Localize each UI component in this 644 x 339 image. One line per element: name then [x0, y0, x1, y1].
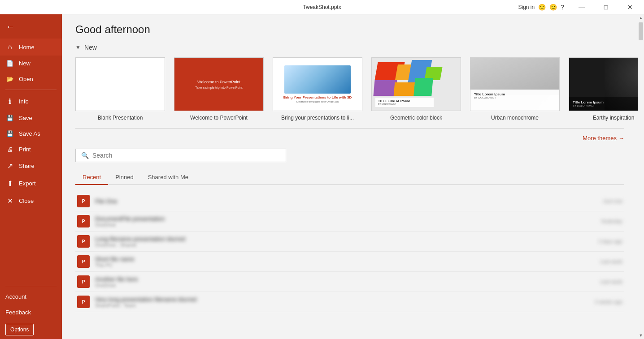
- new-section-header[interactable]: ▼ New: [75, 44, 624, 51]
- save-icon: 💾: [5, 115, 14, 121]
- search-icon: 🔍: [81, 152, 89, 159]
- help-icon[interactable]: ?: [561, 4, 564, 11]
- sidebar-item-open-label: Open: [19, 76, 33, 82]
- save-as-icon: 💾: [5, 130, 14, 137]
- geometric-preview: TITLE LOREM IPSUM BY DOLOR AMET: [372, 58, 461, 111]
- title-bar-right: Sign in 🙂 🙁 ? — □ ✕: [428, 0, 640, 14]
- sidebar-item-info-label: Info: [19, 98, 29, 105]
- file-icon-ppt: P: [77, 215, 90, 227]
- file-path: This PC: [95, 262, 563, 268]
- sidebar-item-print[interactable]: 🖨 Print: [0, 142, 62, 157]
- new-section-label: New: [84, 44, 97, 51]
- scroll-down-button[interactable]: ▼: [638, 332, 644, 339]
- sidebar-item-share[interactable]: ↗ Share: [0, 157, 62, 175]
- tab-shared[interactable]: Shared with Me: [141, 170, 196, 185]
- sidebar-item-save-as[interactable]: 💾 Save As: [0, 126, 62, 142]
- template-welcome[interactable]: Welcome to PowerPoint Take a simple trip…: [174, 57, 264, 121]
- options-button[interactable]: Options: [5, 324, 34, 335]
- template-geometric[interactable]: TITLE LOREM IPSUM BY DOLOR AMET Geometri…: [371, 57, 461, 121]
- sidebar-item-info[interactable]: ℹ Info: [0, 93, 62, 110]
- more-themes-arrow-icon: →: [618, 135, 624, 142]
- emoji-smiley-icon[interactable]: 🙂: [538, 4, 546, 11]
- sidebar-divider-1: [5, 90, 57, 90]
- back-button[interactable]: ←: [0, 16, 21, 37]
- file-name: Very long presentation filename blurred: [95, 296, 563, 303]
- close-button[interactable]: ✕: [620, 0, 640, 14]
- file-name: Another file here: [95, 276, 563, 283]
- file-path: OneDrive: [95, 283, 563, 288]
- home-icon: ⌂: [5, 43, 14, 51]
- file-name: Long filename presentation blurred: [95, 236, 563, 242]
- file-info: Another file here OneDrive: [95, 276, 563, 288]
- template-3d[interactable]: Bring Your Presentations to Life with 3D…: [273, 57, 362, 121]
- file-icon-ppt: P: [77, 255, 90, 268]
- sidebar-item-export-label: Export: [19, 180, 36, 187]
- sidebar: ← ⌂ Home 📄 New 📂 Open ℹ Info 💾 Save 💾 Sa…: [0, 14, 62, 339]
- scroll-thumb[interactable]: [639, 22, 643, 40]
- template-blank[interactable]: Blank Presentation: [75, 57, 165, 121]
- title-bar-filename: TweakShot.pptx: [216, 4, 428, 10]
- sidebar-item-close[interactable]: ✕ Close: [0, 192, 62, 210]
- sidebar-item-save[interactable]: 💾 Save: [0, 110, 62, 126]
- file-tabs: Recent Pinned Shared with Me: [75, 170, 624, 185]
- file-icon-ppt: P: [77, 275, 90, 288]
- file-path: SharePoint - Team: [95, 303, 563, 308]
- recent-item[interactable]: P File One Just now: [75, 191, 624, 211]
- sidebar-bottom: Account Feedback Options: [0, 283, 62, 339]
- file-date: 2 weeks ago: [569, 299, 622, 305]
- template-earthy-thumb: Title Lorem Ipsum BY DOLOR AMET: [569, 57, 638, 111]
- share-icon: ↗: [5, 162, 14, 170]
- file-date: Last week: [569, 279, 622, 284]
- sidebar-item-account[interactable]: Account: [0, 289, 62, 305]
- sidebar-item-new[interactable]: 📄 New: [0, 56, 62, 71]
- sidebar-item-export[interactable]: ⬆ Export: [0, 175, 62, 192]
- sidebar-item-home-label: Home: [19, 44, 35, 51]
- file-date: Just now: [569, 198, 622, 204]
- export-icon: ⬆: [5, 179, 14, 188]
- template-blank-label: Blank Presentation: [98, 115, 143, 121]
- recent-item[interactable]: P Short file name This PC Last week: [75, 252, 624, 272]
- sidebar-item-account-label: Account: [5, 293, 26, 300]
- file-icon-ppt: P: [77, 195, 90, 207]
- maximize-button[interactable]: □: [596, 0, 616, 14]
- sign-in-link[interactable]: Sign in: [518, 4, 535, 10]
- template-earthy[interactable]: Title Lorem Ipsum BY DOLOR AMET Earthy i…: [569, 57, 638, 121]
- scrollbar[interactable]: ▲ ▼: [638, 14, 644, 339]
- file-info: Short file name This PC: [95, 256, 563, 268]
- tab-recent[interactable]: Recent: [75, 170, 108, 185]
- template-earthy-label: Earthy inspiration: [593, 115, 635, 121]
- recent-item[interactable]: P Long filename presentation blurred One…: [75, 232, 624, 252]
- file-info: DocumentFile presentation OneDrive: [95, 215, 563, 227]
- template-urban[interactable]: Title Lorem Ipsum BY DOLOR AMET Urban mo…: [470, 57, 560, 121]
- file-name: File One: [95, 198, 563, 205]
- sidebar-item-close-label: Close: [19, 197, 34, 204]
- more-themes-label: More themes: [583, 135, 617, 142]
- minimize-button[interactable]: —: [571, 0, 592, 14]
- file-info: Long filename presentation blurred OneDr…: [95, 236, 563, 248]
- file-path: OneDrive - Shared: [95, 242, 563, 248]
- new-doc-icon: 📄: [5, 60, 14, 67]
- sidebar-item-feedback[interactable]: Feedback: [0, 305, 62, 320]
- file-info: File One: [95, 198, 563, 205]
- recent-files-list: P File One Just now P DocumentFile prese…: [75, 191, 624, 312]
- emoji-sad-icon[interactable]: 🙁: [549, 4, 557, 11]
- file-date: 2 days ago: [569, 239, 622, 244]
- search-input[interactable]: [92, 152, 280, 159]
- sidebar-item-open[interactable]: 📂 Open: [0, 71, 62, 87]
- file-info: Very long presentation filename blurred …: [95, 296, 563, 308]
- blank-preview: [76, 58, 165, 111]
- recent-item[interactable]: P Very long presentation filename blurre…: [75, 292, 624, 312]
- file-path: OneDrive: [95, 222, 563, 227]
- close-doc-icon: ✕: [5, 197, 14, 205]
- tab-pinned[interactable]: Pinned: [108, 170, 140, 185]
- templates-row: Blank Presentation Welcome to PowerPoint…: [75, 57, 624, 121]
- content-area: Good afternoon ▼ New Blank Presentation: [62, 14, 638, 339]
- template-welcome-thumb: Welcome to PowerPoint Take a simple trip…: [174, 57, 264, 111]
- recent-item[interactable]: P DocumentFile presentation OneDrive Yes…: [75, 211, 624, 232]
- scroll-up-button[interactable]: ▲: [638, 14, 644, 21]
- file-date: Last week: [569, 259, 622, 264]
- template-blank-thumb: [75, 57, 165, 111]
- sidebar-item-home[interactable]: ⌂ Home: [0, 39, 62, 56]
- recent-item[interactable]: P Another file here OneDrive Last week: [75, 272, 624, 292]
- more-themes-link[interactable]: More themes →: [583, 135, 624, 142]
